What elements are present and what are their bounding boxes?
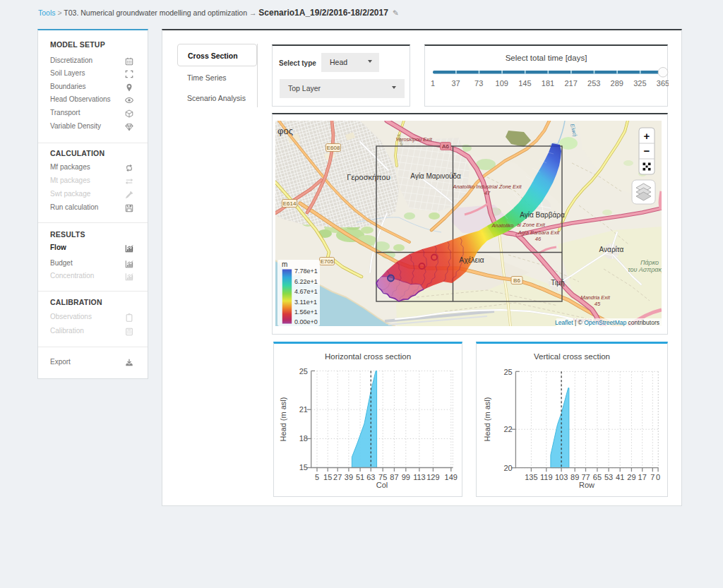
svg-text:4.67e+1: 4.67e+1	[294, 288, 318, 295]
svg-text:1: 1	[431, 79, 435, 88]
svg-text:51: 51	[356, 473, 364, 481]
svg-text:27: 27	[333, 473, 342, 481]
svg-text:253: 253	[587, 79, 600, 88]
svg-text:46: 46	[535, 236, 542, 242]
svg-text:Leaflet | © OpenStreetMap cont: Leaflet | © OpenStreetMap contributors	[555, 319, 659, 326]
svg-text:15: 15	[299, 463, 308, 472]
svg-text:145: 145	[518, 79, 531, 88]
svg-text:87: 87	[390, 473, 398, 481]
svg-text:29: 29	[627, 473, 635, 481]
svg-text:B6: B6	[513, 277, 520, 284]
svg-text:41: 41	[616, 473, 624, 481]
svg-text:47: 47	[484, 190, 491, 196]
svg-text:Αχέλεια: Αχέλεια	[459, 256, 484, 264]
svg-text:89: 89	[570, 473, 579, 481]
svg-text:6.22e+1: 6.22e+1	[294, 278, 318, 285]
svg-text:365: 365	[657, 79, 669, 88]
svg-text:135: 135	[525, 473, 537, 481]
svg-text:Αναρίτα: Αναρίτα	[599, 246, 624, 253]
svg-text:53: 53	[604, 473, 613, 481]
svg-text:5: 5	[315, 473, 319, 481]
svg-text:Πάρκο: Πάρκο	[640, 259, 659, 266]
svg-text:m: m	[282, 260, 287, 268]
svg-text:Agia Barbara Exit: Agia Barbara Exit	[518, 229, 560, 236]
svg-text:119: 119	[540, 473, 553, 481]
svg-text:φος: φος	[277, 126, 293, 136]
svg-text:15: 15	[323, 473, 332, 481]
svg-text:−: −	[644, 145, 650, 157]
svg-text:7: 7	[650, 473, 655, 481]
svg-text:45: 45	[594, 301, 601, 307]
svg-text:21: 21	[299, 405, 308, 414]
svg-text:0: 0	[656, 473, 660, 481]
svg-text:0.00e+0: 0.00e+0	[294, 318, 318, 325]
svg-text:73: 73	[474, 79, 483, 88]
svg-text:A6: A6	[442, 143, 449, 150]
svg-text:3.11e+1: 3.11e+1	[294, 299, 317, 306]
svg-text:Head (m asl): Head (m asl)	[483, 397, 491, 442]
svg-text:103: 103	[555, 473, 568, 481]
svg-text:181: 181	[542, 79, 554, 88]
svg-text:+: +	[644, 130, 650, 142]
svg-text:Anatoliko: Anatoliko	[491, 222, 514, 229]
svg-text:37: 37	[451, 79, 460, 88]
svg-text:99: 99	[402, 473, 410, 481]
svg-text:22: 22	[503, 425, 512, 433]
svg-text:63: 63	[366, 473, 375, 481]
svg-text:109: 109	[496, 79, 508, 88]
svg-text:Αγία Μαρινούδα: Αγία Μαρινούδα	[410, 172, 461, 180]
svg-text:113: 113	[413, 473, 426, 481]
svg-text:Row: Row	[579, 481, 594, 489]
svg-text:E614: E614	[283, 200, 297, 207]
svg-text:289: 289	[611, 79, 623, 88]
svg-text:Anatoliko Industrial Zone Exit: Anatoliko Industrial Zone Exit	[452, 184, 522, 190]
svg-text:17: 17	[638, 473, 647, 481]
svg-text:217: 217	[564, 79, 577, 88]
svg-text:129: 129	[426, 473, 439, 481]
svg-text:325: 325	[633, 79, 646, 88]
svg-text:25: 25	[503, 368, 512, 376]
svg-text:Head (m asl): Head (m asl)	[279, 397, 287, 442]
svg-text:25: 25	[299, 367, 308, 376]
svg-text:E705: E705	[321, 258, 334, 265]
svg-text:Αγία Βαρβάρα: Αγία Βαρβάρα	[520, 211, 565, 219]
svg-text:149: 149	[445, 473, 458, 481]
svg-text:39: 39	[345, 473, 353, 481]
svg-text:1.56e+1: 1.56e+1	[294, 308, 318, 316]
svg-text:20: 20	[503, 464, 512, 472]
svg-text:Mandria Exit: Mandria Exit	[580, 294, 611, 301]
svg-text:Γεροσκήπου: Γεροσκήπου	[347, 173, 390, 181]
svg-text:18: 18	[299, 434, 308, 443]
svg-text:al Zone Exit: al Zone Exit	[517, 222, 546, 228]
svg-text:του Ασπρακρ.: του Ασπρακρ.	[628, 266, 662, 273]
svg-text:7.78e+1: 7.78e+1	[294, 268, 318, 275]
svg-text:Col: Col	[376, 481, 388, 489]
svg-text:Τιμή: Τιμή	[551, 279, 564, 287]
svg-text:E608: E608	[327, 145, 340, 151]
